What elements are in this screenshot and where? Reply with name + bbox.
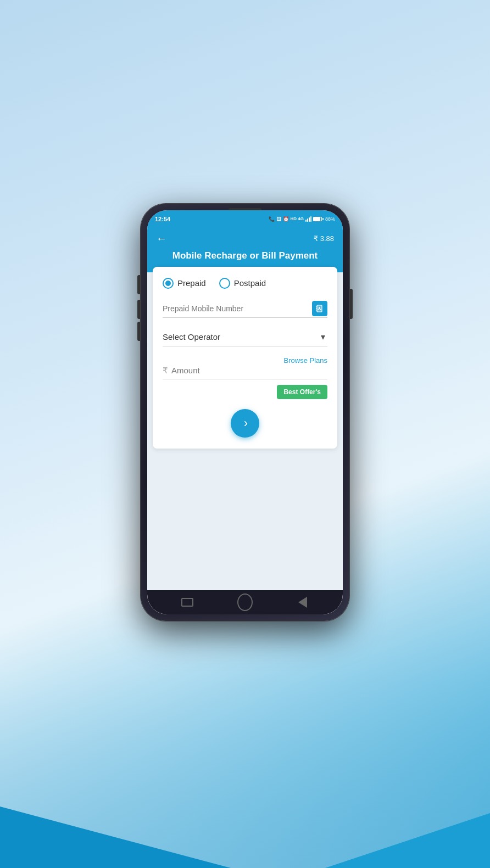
prepaid-radio[interactable] <box>163 278 174 289</box>
payment-type-group: Prepaid Postpaid <box>163 278 327 289</box>
battery-indicator <box>313 217 324 221</box>
status-time: 12:54 <box>155 216 170 222</box>
balance-display: ₹ 3.88 <box>314 234 334 243</box>
best-offers-row: Best Offer's <box>163 385 327 399</box>
svg-rect-4 <box>316 308 318 309</box>
status-bar: 12:54 📞 🖼 ⏰ HD 4G <box>147 210 343 228</box>
amount-input-group: ₹ <box>163 366 327 379</box>
battery-tip <box>322 218 324 220</box>
contact-book-icon[interactable] <box>312 301 327 316</box>
battery-percent: 88% <box>325 216 335 222</box>
back-nav-icon <box>298 597 307 608</box>
amount-header: Browse Plans <box>163 356 327 365</box>
proceed-arrow-icon: › <box>244 416 248 430</box>
svg-rect-3 <box>316 306 318 307</box>
mobile-number-input[interactable] <box>163 300 327 317</box>
header-nav: ← ₹ 3.88 <box>156 232 334 245</box>
nav-recent-button[interactable] <box>180 595 195 610</box>
network-label: HD 4G <box>291 216 304 221</box>
nav-home-button[interactable] <box>237 595 253 610</box>
mobile-input-group <box>163 300 327 318</box>
back-button[interactable]: ← <box>156 232 167 245</box>
screen-body: Prepaid Postpaid <box>147 272 343 590</box>
operator-select-group: Select Operator Airtel Jio BSNL Vi MTNL … <box>163 328 327 346</box>
status-icons: 📞 🖼 ⏰ HD 4G <box>269 216 335 222</box>
signal-bar-1 <box>305 220 307 222</box>
page-title: Mobile Recharge or Bill Payment <box>156 250 334 261</box>
rupee-symbol: ₹ <box>163 366 168 376</box>
app-header: ← ₹ 3.88 Mobile Recharge or Bill Payment <box>147 228 343 272</box>
svg-point-2 <box>319 307 320 309</box>
proceed-button[interactable]: › <box>231 409 259 438</box>
call-icon: 📞 <box>269 216 275 222</box>
alarm-icon: ⏰ <box>283 216 289 222</box>
phone-nav-bar <box>147 590 343 614</box>
proceed-row: › <box>163 409 327 438</box>
home-icon <box>237 593 253 611</box>
postpaid-label: Postpaid <box>234 278 266 288</box>
prepaid-option[interactable]: Prepaid <box>163 278 206 289</box>
signal-bar-2 <box>307 219 308 222</box>
battery-fill <box>314 217 320 221</box>
nav-back-button[interactable] <box>295 595 310 610</box>
postpaid-radio[interactable] <box>219 278 230 289</box>
amount-row: Browse Plans ₹ <box>163 356 327 379</box>
photo-icon: 🖼 <box>276 216 281 222</box>
amount-input[interactable] <box>171 366 327 375</box>
signal-bar-3 <box>309 217 310 222</box>
recent-icon <box>181 598 193 607</box>
postpaid-option[interactable]: Postpaid <box>219 278 266 289</box>
prepaid-label: Prepaid <box>177 278 206 288</box>
phone-wrapper: 12:54 📞 🖼 ⏰ HD 4G <box>141 204 349 621</box>
scene: 12:54 📞 🖼 ⏰ HD 4G <box>0 0 490 868</box>
phone-screen: 12:54 📞 🖼 ⏰ HD 4G <box>147 210 343 614</box>
signal-bars <box>305 216 311 222</box>
browse-plans-link[interactable]: Browse Plans <box>284 356 327 365</box>
operator-select[interactable]: Select Operator Airtel Jio BSNL Vi MTNL <box>163 328 327 346</box>
best-offers-button[interactable]: Best Offer's <box>277 385 327 399</box>
phone-device: 12:54 📞 🖼 ⏰ HD 4G <box>141 204 349 621</box>
phone-content: 12:54 📞 🖼 ⏰ HD 4G <box>147 210 343 614</box>
signal-bar-4 <box>310 216 311 222</box>
battery-body <box>313 217 322 221</box>
svg-rect-5 <box>316 310 318 311</box>
form-card: Prepaid Postpaid <box>153 267 337 449</box>
